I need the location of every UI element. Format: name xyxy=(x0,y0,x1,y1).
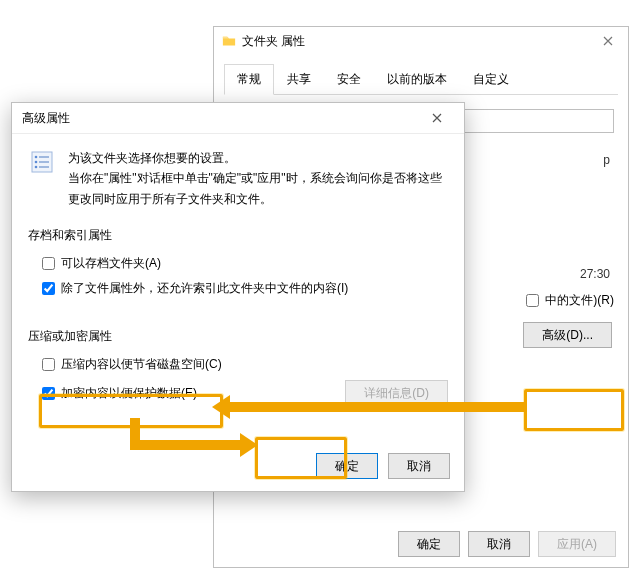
advanced-close-icon[interactable] xyxy=(420,104,454,132)
archive-checkbox[interactable] xyxy=(42,257,55,270)
properties-tabs: 常规 共享 安全 以前的版本 自定义 xyxy=(224,63,618,95)
tab-security[interactable]: 安全 xyxy=(324,64,374,95)
svg-point-3 xyxy=(35,161,38,164)
props-apply-button[interactable]: 应用(A) xyxy=(538,531,616,557)
props-cancel-button[interactable]: 取消 xyxy=(468,531,530,557)
advanced-title: 高级属性 xyxy=(22,110,70,127)
intro-line1: 为该文件夹选择你想要的设置。 xyxy=(68,148,448,168)
include-sub-label: 中的文件)(R) xyxy=(545,292,614,309)
properties-footer: 确定 取消 应用(A) xyxy=(398,531,616,557)
advanced-titlebar: 高级属性 xyxy=(12,103,464,134)
compress-row: 压缩内容以便节省磁盘空间(C) xyxy=(38,355,448,374)
folder-icon xyxy=(222,34,236,48)
settings-list-icon xyxy=(28,148,56,176)
advanced-button[interactable]: 高级(D)... xyxy=(523,322,612,348)
index-label: 除了文件属性外，还允许索引此文件夹中文件的内容(I) xyxy=(61,280,348,297)
svg-point-1 xyxy=(35,156,38,159)
svg-rect-2 xyxy=(39,156,49,158)
archive-row: 可以存档文件夹(A) xyxy=(38,254,448,273)
adv-ok-button[interactable]: 确定 xyxy=(316,453,378,479)
tab-custom[interactable]: 自定义 xyxy=(460,64,522,95)
group-compress-title: 压缩或加密属性 xyxy=(28,328,448,345)
encrypt-row: 加密内容以便保护数据(E) 详细信息(D) xyxy=(38,380,448,406)
close-icon[interactable] xyxy=(588,27,628,55)
tab-general[interactable]: 常规 xyxy=(224,64,274,95)
advanced-attributes-dialog: 高级属性 为该文件夹选择你想要的设置。 当你在"属性"对话框中单击"确定"或"应… xyxy=(11,102,465,492)
adv-cancel-button[interactable]: 取消 xyxy=(388,453,450,479)
intro-row: 为该文件夹选择你想要的设置。 当你在"属性"对话框中单击"确定"或"应用"时，系… xyxy=(28,148,448,209)
advanced-body: 为该文件夹选择你想要的设置。 当你在"属性"对话框中单击"确定"或"应用"时，系… xyxy=(12,134,464,406)
encrypt-label: 加密内容以便保护数据(E) xyxy=(61,385,197,402)
archive-label: 可以存档文件夹(A) xyxy=(61,255,161,272)
intro-line2: 当你在"属性"对话框中单击"确定"或"应用"时，系统会询问你是否将这些更改同时应… xyxy=(68,168,448,209)
properties-title: 文件夹 属性 xyxy=(242,33,620,50)
tab-prev[interactable]: 以前的版本 xyxy=(374,64,460,95)
include-sub-checkbox[interactable] xyxy=(526,294,539,307)
svg-point-5 xyxy=(35,166,38,169)
intro-text: 为该文件夹选择你想要的设置。 当你在"属性"对话框中单击"确定"或"应用"时，系… xyxy=(68,148,448,209)
compress-checkbox[interactable] xyxy=(42,358,55,371)
index-checkbox[interactable] xyxy=(42,282,55,295)
svg-rect-4 xyxy=(39,161,49,163)
advanced-footer: 确定 取消 xyxy=(316,453,450,479)
index-row: 除了文件属性外，还允许索引此文件夹中文件的内容(I) xyxy=(38,279,448,298)
props-ok-button[interactable]: 确定 xyxy=(398,531,460,557)
group-archive-title: 存档和索引属性 xyxy=(28,227,448,244)
encrypt-checkbox[interactable] xyxy=(42,387,55,400)
svg-rect-6 xyxy=(39,166,49,168)
compress-label: 压缩内容以便节省磁盘空间(C) xyxy=(61,356,222,373)
properties-titlebar: 文件夹 属性 xyxy=(214,27,628,55)
details-button[interactable]: 详细信息(D) xyxy=(345,380,448,406)
tab-share[interactable]: 共享 xyxy=(274,64,324,95)
encrypt-chk-wrap: 加密内容以便保护数据(E) xyxy=(38,384,197,403)
